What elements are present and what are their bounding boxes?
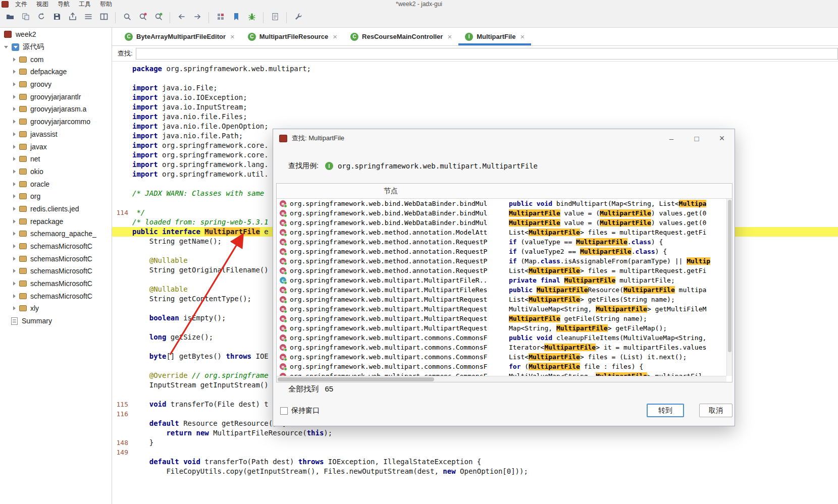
toolbar-save-all-button[interactable] bbox=[50, 11, 64, 25]
chevron-right-icon[interactable] bbox=[13, 58, 16, 62]
tree-item-package[interactable]: repackage bbox=[0, 215, 112, 228]
tree-item-package[interactable]: groovyjarjarantlr bbox=[0, 90, 112, 103]
result-row[interactable]: morg.springframework.web.multipart.Multi… bbox=[277, 304, 732, 314]
tree-item-package[interactable]: groovyjarjarcommo bbox=[0, 116, 112, 128]
result-row[interactable]: morg.springframework.web.bind.WebDataBin… bbox=[277, 199, 732, 208]
keep-window-checkbox[interactable] bbox=[280, 407, 288, 415]
toolbar-debugger-button[interactable] bbox=[245, 11, 258, 25]
tree-item-package[interactable]: groovyjarjarasm.a bbox=[0, 103, 112, 116]
column-header-node[interactable]: 节点 bbox=[277, 187, 505, 196]
menu-item[interactable]: 导航 bbox=[53, 0, 74, 9]
toolbar-nav-forward-button[interactable] bbox=[190, 11, 204, 25]
tree-item-package[interactable]: schemasMicrosoftC bbox=[0, 252, 112, 265]
tree-item-package[interactable]: org bbox=[0, 190, 112, 203]
close-button[interactable]: × bbox=[709, 129, 735, 147]
scrollbar-thumb[interactable] bbox=[278, 377, 434, 381]
toolbar-flatten-packages-button[interactable] bbox=[81, 11, 95, 25]
chevron-right-icon[interactable] bbox=[13, 269, 16, 273]
chevron-right-icon[interactable] bbox=[13, 207, 16, 211]
result-row[interactable]: morg.springframework.web.multipart.commo… bbox=[277, 343, 732, 352]
chevron-right-icon[interactable] bbox=[13, 157, 16, 161]
tab-ResCourseMainController[interactable]: CResCourseMainController× bbox=[344, 28, 458, 45]
close-tab-icon[interactable]: × bbox=[230, 32, 235, 41]
menu-item[interactable]: 工具 bbox=[74, 0, 95, 9]
chevron-right-icon[interactable] bbox=[13, 182, 16, 186]
keep-window-option[interactable]: 保持窗口 bbox=[280, 406, 320, 415]
close-tab-icon[interactable]: × bbox=[520, 32, 525, 41]
tree-item-package[interactable]: schemasMicrosoftC bbox=[0, 240, 112, 253]
result-row[interactable]: morg.springframework.web.method.annotati… bbox=[277, 228, 732, 237]
chevron-right-icon[interactable] bbox=[13, 82, 16, 86]
cancel-button[interactable]: 取消 bbox=[699, 404, 732, 417]
tree-item-package[interactable]: com bbox=[0, 53, 112, 66]
toolbar-add-files-button[interactable] bbox=[19, 11, 32, 25]
toolbar-search-class-button[interactable] bbox=[136, 11, 149, 25]
chevron-right-icon[interactable] bbox=[13, 70, 16, 74]
toolbar-log-viewer-button[interactable] bbox=[268, 11, 282, 25]
menu-item[interactable]: 视图 bbox=[32, 0, 53, 9]
chevron-right-icon[interactable] bbox=[13, 107, 16, 111]
chevron-right-icon[interactable] bbox=[13, 120, 16, 124]
tree-item-package[interactable]: oracle bbox=[0, 178, 112, 190]
close-tab-icon[interactable]: × bbox=[447, 32, 452, 41]
result-row[interactable]: morg.springframework.web.bind.WebDataBin… bbox=[277, 218, 732, 228]
chevron-right-icon[interactable] bbox=[13, 306, 16, 310]
minimize-button[interactable]: – bbox=[659, 129, 684, 147]
toolbar-export-button[interactable] bbox=[66, 11, 79, 25]
chevron-right-icon[interactable] bbox=[13, 257, 16, 261]
dialog-title-bar[interactable]: 查找: MultipartFile – □ × bbox=[273, 129, 735, 147]
tree-item-package[interactable]: schemasMicrosoftC bbox=[0, 277, 112, 290]
horizontal-scrollbar[interactable] bbox=[277, 376, 726, 382]
tree-item-root[interactable]: week2 bbox=[0, 28, 112, 41]
toolbar-nav-back-button[interactable] bbox=[175, 11, 188, 25]
menu-item[interactable]: 帮助 bbox=[95, 0, 117, 9]
chevron-right-icon[interactable] bbox=[13, 232, 16, 236]
vertical-scrollbar[interactable] bbox=[726, 199, 732, 376]
toolbar-reload-button[interactable] bbox=[34, 11, 48, 25]
chevron-right-icon[interactable] bbox=[13, 219, 16, 223]
chevron-down-icon[interactable] bbox=[4, 46, 8, 48]
tree-item-package[interactable]: javassist bbox=[0, 128, 112, 141]
toolbar-search-usage-button[interactable] bbox=[151, 11, 165, 25]
project-tree-panel[interactable]: week2源代码comdefpackagegroovygroovyjarjara… bbox=[0, 28, 112, 504]
tree-item-package[interactable]: groovy bbox=[0, 78, 112, 91]
result-row[interactable]: morg.springframework.web.multipart.commo… bbox=[277, 333, 732, 343]
toolbar-deobfuscation-button[interactable] bbox=[214, 11, 227, 25]
result-row[interactable]: morg.springframework.web.method.annotati… bbox=[277, 247, 732, 256]
tab-MultipartFileResource[interactable]: CMultipartFileResource× bbox=[241, 28, 344, 45]
chevron-right-icon[interactable] bbox=[13, 170, 16, 174]
tree-item-package[interactable]: redis.clients.jed bbox=[0, 203, 112, 215]
tree-item-package[interactable]: schemasMicrosoftC bbox=[0, 290, 112, 302]
tree-item-package[interactable]: net bbox=[0, 153, 112, 165]
toolbar-preferences-button[interactable] bbox=[291, 11, 305, 25]
result-row[interactable]: corg.springframework.web.multipart.Multi… bbox=[277, 275, 732, 285]
toolbar-bookmark-button[interactable] bbox=[229, 11, 243, 25]
result-row[interactable]: morg.springframework.web.method.annotati… bbox=[277, 237, 732, 247]
result-row[interactable]: morg.springframework.web.bind.WebDataBin… bbox=[277, 208, 732, 218]
result-row[interactable]: morg.springframework.web.multipart.commo… bbox=[277, 362, 732, 371]
result-row[interactable]: morg.springframework.web.multipart.Multi… bbox=[277, 323, 732, 333]
tab-ByteArrayMultipartFileEditor[interactable]: CByteArrayMultipartFileEditor× bbox=[118, 28, 241, 45]
tree-item-package[interactable]: schemasMicrosoftC bbox=[0, 265, 112, 277]
chevron-right-icon[interactable] bbox=[13, 95, 16, 99]
result-row[interactable]: morg.springframework.web.multipart.commo… bbox=[277, 352, 732, 362]
result-row[interactable]: morg.springframework.web.multipart.Multi… bbox=[277, 314, 732, 323]
chevron-right-icon[interactable] bbox=[13, 132, 16, 136]
result-row[interactable]: morg.springframework.web.multipart.Multi… bbox=[277, 285, 732, 295]
toolbar-split-view-button[interactable] bbox=[97, 11, 111, 25]
chevron-right-icon[interactable] bbox=[13, 145, 16, 149]
tree-item-source-code[interactable]: 源代码 bbox=[0, 41, 112, 53]
maximize-button[interactable]: □ bbox=[684, 129, 709, 147]
chevron-right-icon[interactable] bbox=[13, 282, 16, 286]
tree-item-package[interactable]: schemaorg_apache_ bbox=[0, 228, 112, 240]
chevron-right-icon[interactable] bbox=[13, 194, 16, 198]
result-row[interactable]: morg.springframework.web.method.annotati… bbox=[277, 266, 732, 275]
tree-item-package[interactable]: defpackage bbox=[0, 66, 112, 78]
chevron-right-icon[interactable] bbox=[13, 294, 16, 298]
goto-button[interactable]: 转到 bbox=[647, 404, 684, 417]
tree-item-summary[interactable]: Summary bbox=[0, 315, 112, 327]
tree-item-package[interactable]: okio bbox=[0, 165, 112, 178]
chevron-right-icon[interactable] bbox=[13, 244, 16, 248]
menu-item[interactable]: 文件 bbox=[11, 0, 32, 9]
scrollbar-thumb[interactable] bbox=[728, 200, 731, 352]
